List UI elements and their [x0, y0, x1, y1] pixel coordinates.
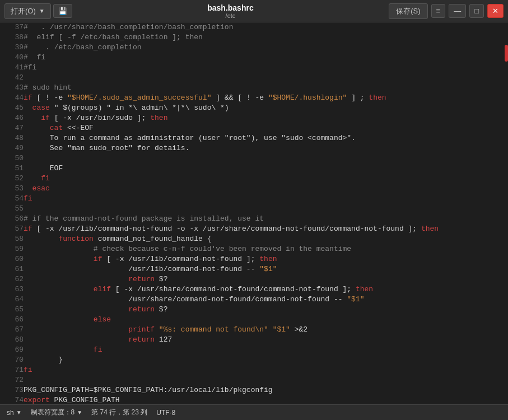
save-button[interactable]: 保存(S) — [389, 3, 427, 19]
line-number: 63 — [0, 284, 24, 295]
line-number: 42 — [0, 73, 24, 83]
minimize-button[interactable]: — — [449, 4, 466, 18]
table-row: 67 printf "%s: command not found\n" "$1"… — [0, 325, 508, 335]
table-row: 73PKG_CONFIG_PATH=$PKG_CONFIG_PATH:/usr/… — [0, 385, 508, 395]
shell-dropdown-arrow: ▼ — [16, 409, 22, 416]
file-name: bash.bashrc — [72, 3, 389, 12]
table-row: 61 /usr/lib/command-not-found -- "$1" — [0, 264, 508, 274]
tab-width-indicator[interactable]: 制表符宽度：8 ▼ — [31, 408, 83, 417]
minimize-icon: — — [454, 7, 461, 15]
line-content: if [ -x /usr/lib/command-not-found ]; th… — [24, 254, 508, 264]
line-content: esac — [24, 184, 508, 194]
table-row: 52 fi — [0, 174, 508, 184]
line-number: 56 — [0, 214, 24, 224]
code-editor[interactable]: 37# . /usr/share/bash_completion/bash_co… — [0, 22, 508, 404]
table-row: 62 return $? — [0, 274, 508, 284]
table-row: 53 esac — [0, 184, 508, 194]
line-content: fi — [24, 345, 508, 355]
line-content: See "man sudo_root" for details. — [24, 143, 508, 153]
line-content: } — [24, 355, 508, 365]
save-icon-button[interactable]: 💾 — [53, 4, 72, 18]
line-number: 72 — [0, 375, 24, 385]
table-row: 56# if the command-not-found package is … — [0, 214, 508, 224]
table-row: 44if [ ! -e "$HOME/.sudo_as_admin_succes… — [0, 93, 508, 103]
tab-dropdown-arrow: ▼ — [77, 409, 82, 416]
table-row: 74export PKG_CONFIG_PATH — [0, 395, 508, 404]
table-row: 59 # check because c-n-f could've been r… — [0, 244, 508, 254]
line-content: EOF — [24, 164, 508, 174]
line-content: cat <<-EOF — [24, 123, 508, 133]
open-label: 打开(O) — [11, 6, 36, 16]
line-number: 37 — [0, 22, 24, 32]
line-content: # . /etc/bash_completion — [24, 43, 508, 53]
line-content: # elif [ -f /etc/bash_completion ]; then — [24, 32, 508, 43]
table-row: 43# sudo hint — [0, 83, 508, 93]
table-row: 42 — [0, 73, 508, 83]
line-content: /usr/lib/command-not-found -- "$1" — [24, 264, 508, 274]
table-row: 69 fi — [0, 345, 508, 355]
line-content: fi — [24, 194, 508, 204]
line-content: if [ -x /usr/bin/sudo ]; then — [24, 113, 508, 123]
table-row: 58 function command_not_found_handle { — [0, 234, 508, 244]
line-number: 39 — [0, 43, 24, 53]
table-row: 48 To run a command as administrator (us… — [0, 133, 508, 143]
table-row: 41#fi — [0, 63, 508, 73]
menu-icon: ≡ — [436, 7, 441, 15]
line-content: return 127 — [24, 335, 508, 345]
table-row: 63 elif [ -x /usr/share/command-not-foun… — [0, 284, 508, 295]
line-number: 57 — [0, 224, 24, 234]
line-number: 40 — [0, 53, 24, 63]
table-row: 45 case " $(groups) " in *\ admin\ *|*\ … — [0, 103, 508, 113]
line-number: 46 — [0, 113, 24, 123]
line-number: 73 — [0, 385, 24, 395]
open-dropdown-arrow: ▼ — [39, 8, 45, 14]
table-row: 50 — [0, 153, 508, 164]
line-number: 62 — [0, 274, 24, 284]
cursor-position: 第 74 行，第 23 列 — [91, 408, 147, 417]
tab-width-label: 制表符宽度：8 — [31, 408, 75, 417]
line-content: printf "%s: command not found\n" "$1" >&… — [24, 325, 508, 335]
line-number: 65 — [0, 305, 24, 315]
line-number: 67 — [0, 325, 24, 335]
line-number: 38 — [0, 32, 24, 43]
line-number: 61 — [0, 264, 24, 274]
line-content: export PKG_CONFIG_PATH — [24, 395, 508, 404]
shell-indicator[interactable]: sh ▼ — [7, 409, 22, 417]
line-content: return $? — [24, 305, 508, 315]
line-number: 68 — [0, 335, 24, 345]
line-number: 50 — [0, 153, 24, 164]
encoding-label: UTF-8 — [156, 409, 175, 417]
line-number: 54 — [0, 194, 24, 204]
open-button[interactable]: 打开(O) ▼ — [4, 3, 51, 19]
maximize-button[interactable]: □ — [469, 4, 484, 18]
titlebar: 打开(O) ▼ 💾 bash.bashrc /etc 保存(S) ≡ — □ ✕ — [0, 0, 508, 22]
line-content: function command_not_found_handle { — [24, 234, 508, 244]
line-number: 43 — [0, 83, 24, 93]
position-label: 第 74 行，第 23 列 — [91, 408, 147, 417]
table-row: 66 else — [0, 315, 508, 325]
line-content: case " $(groups) " in *\ admin\ *|*\ sud… — [24, 103, 508, 113]
table-row: 71fi — [0, 365, 508, 375]
line-number: 41 — [0, 63, 24, 73]
menu-button[interactable]: ≡ — [431, 4, 446, 18]
table-row: 49 See "man sudo_root" for details. — [0, 143, 508, 153]
line-number: 48 — [0, 133, 24, 143]
table-row: 65 return $? — [0, 305, 508, 315]
close-button[interactable]: ✕ — [487, 4, 504, 18]
line-content: /usr/share/command-not-found/command-not… — [24, 295, 508, 305]
line-content: # if the command-not-found package is in… — [24, 214, 508, 224]
table-row: 37# . /usr/share/bash_completion/bash_co… — [0, 22, 508, 32]
table-row: 38# elif [ -f /etc/bash_completion ]; th… — [0, 32, 508, 43]
titlebar-right: 保存(S) ≡ — □ ✕ — [389, 3, 504, 19]
table-row: 64 /usr/share/command-not-found/command-… — [0, 295, 508, 305]
line-number: 49 — [0, 143, 24, 153]
line-number: 66 — [0, 315, 24, 325]
titlebar-center: bash.bashrc /etc — [72, 3, 389, 19]
shell-label: sh — [7, 409, 14, 417]
line-content: fi — [24, 365, 508, 375]
line-content: if [ -x /usr/lib/command-not-found -o -x… — [24, 224, 508, 234]
line-content: # . /usr/share/bash_completion/bash_comp… — [24, 22, 508, 32]
line-content: return $? — [24, 274, 508, 284]
line-number: 52 — [0, 174, 24, 184]
line-content — [24, 375, 508, 385]
